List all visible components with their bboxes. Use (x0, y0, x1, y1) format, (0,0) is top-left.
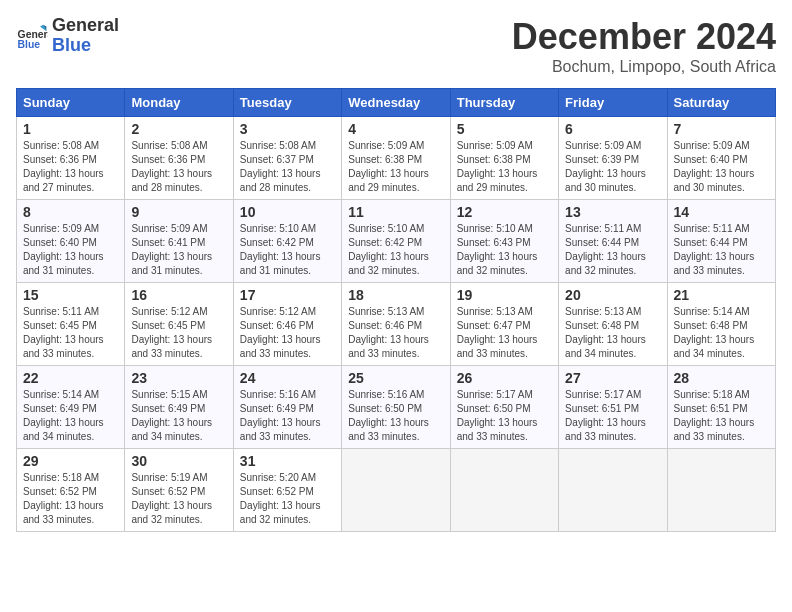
day-info: Sunrise: 5:09 AMSunset: 6:41 PMDaylight:… (131, 222, 226, 278)
header-friday: Friday (559, 89, 667, 117)
day-info: Sunrise: 5:16 AMSunset: 6:49 PMDaylight:… (240, 388, 335, 444)
calendar-cell: 7Sunrise: 5:09 AMSunset: 6:40 PMDaylight… (667, 117, 775, 200)
svg-text:General: General (18, 28, 48, 39)
day-number: 6 (565, 121, 660, 137)
day-number: 17 (240, 287, 335, 303)
day-info: Sunrise: 5:09 AMSunset: 6:40 PMDaylight:… (23, 222, 118, 278)
day-info: Sunrise: 5:08 AMSunset: 6:36 PMDaylight:… (131, 139, 226, 195)
svg-text:Blue: Blue (18, 39, 41, 50)
day-info: Sunrise: 5:10 AMSunset: 6:42 PMDaylight:… (348, 222, 443, 278)
day-info: Sunrise: 5:10 AMSunset: 6:42 PMDaylight:… (240, 222, 335, 278)
day-info: Sunrise: 5:08 AMSunset: 6:36 PMDaylight:… (23, 139, 118, 195)
header-sunday: Sunday (17, 89, 125, 117)
calendar-cell: 4Sunrise: 5:09 AMSunset: 6:38 PMDaylight… (342, 117, 450, 200)
calendar-cell: 17Sunrise: 5:12 AMSunset: 6:46 PMDayligh… (233, 283, 341, 366)
day-info: Sunrise: 5:10 AMSunset: 6:43 PMDaylight:… (457, 222, 552, 278)
day-number: 9 (131, 204, 226, 220)
calendar-header-row: SundayMondayTuesdayWednesdayThursdayFrid… (17, 89, 776, 117)
title-section: December 2024 Bochum, Limpopo, South Afr… (512, 16, 776, 76)
header-saturday: Saturday (667, 89, 775, 117)
day-number: 1 (23, 121, 118, 137)
week-row-4: 22Sunrise: 5:14 AMSunset: 6:49 PMDayligh… (17, 366, 776, 449)
logo-text: General Blue (52, 16, 119, 56)
day-number: 24 (240, 370, 335, 386)
calendar-cell: 31Sunrise: 5:20 AMSunset: 6:52 PMDayligh… (233, 449, 341, 532)
calendar-cell: 20Sunrise: 5:13 AMSunset: 6:48 PMDayligh… (559, 283, 667, 366)
day-number: 31 (240, 453, 335, 469)
calendar-cell: 1Sunrise: 5:08 AMSunset: 6:36 PMDaylight… (17, 117, 125, 200)
calendar-cell: 21Sunrise: 5:14 AMSunset: 6:48 PMDayligh… (667, 283, 775, 366)
day-number: 3 (240, 121, 335, 137)
calendar-cell: 19Sunrise: 5:13 AMSunset: 6:47 PMDayligh… (450, 283, 558, 366)
calendar-cell: 26Sunrise: 5:17 AMSunset: 6:50 PMDayligh… (450, 366, 558, 449)
day-info: Sunrise: 5:12 AMSunset: 6:46 PMDaylight:… (240, 305, 335, 361)
day-info: Sunrise: 5:09 AMSunset: 6:38 PMDaylight:… (348, 139, 443, 195)
day-info: Sunrise: 5:12 AMSunset: 6:45 PMDaylight:… (131, 305, 226, 361)
day-number: 22 (23, 370, 118, 386)
day-info: Sunrise: 5:11 AMSunset: 6:45 PMDaylight:… (23, 305, 118, 361)
day-number: 19 (457, 287, 552, 303)
day-number: 7 (674, 121, 769, 137)
day-info: Sunrise: 5:09 AMSunset: 6:38 PMDaylight:… (457, 139, 552, 195)
day-number: 14 (674, 204, 769, 220)
header-tuesday: Tuesday (233, 89, 341, 117)
day-number: 8 (23, 204, 118, 220)
month-title: December 2024 (512, 16, 776, 58)
day-number: 16 (131, 287, 226, 303)
day-info: Sunrise: 5:14 AMSunset: 6:49 PMDaylight:… (23, 388, 118, 444)
day-number: 2 (131, 121, 226, 137)
day-number: 15 (23, 287, 118, 303)
day-info: Sunrise: 5:16 AMSunset: 6:50 PMDaylight:… (348, 388, 443, 444)
week-row-5: 29Sunrise: 5:18 AMSunset: 6:52 PMDayligh… (17, 449, 776, 532)
day-info: Sunrise: 5:13 AMSunset: 6:46 PMDaylight:… (348, 305, 443, 361)
location-title: Bochum, Limpopo, South Africa (512, 58, 776, 76)
day-info: Sunrise: 5:13 AMSunset: 6:48 PMDaylight:… (565, 305, 660, 361)
week-row-2: 8Sunrise: 5:09 AMSunset: 6:40 PMDaylight… (17, 200, 776, 283)
week-row-3: 15Sunrise: 5:11 AMSunset: 6:45 PMDayligh… (17, 283, 776, 366)
day-number: 21 (674, 287, 769, 303)
day-number: 5 (457, 121, 552, 137)
calendar-cell: 22Sunrise: 5:14 AMSunset: 6:49 PMDayligh… (17, 366, 125, 449)
calendar-cell: 14Sunrise: 5:11 AMSunset: 6:44 PMDayligh… (667, 200, 775, 283)
day-info: Sunrise: 5:11 AMSunset: 6:44 PMDaylight:… (565, 222, 660, 278)
calendar-cell: 24Sunrise: 5:16 AMSunset: 6:49 PMDayligh… (233, 366, 341, 449)
day-number: 30 (131, 453, 226, 469)
day-number: 26 (457, 370, 552, 386)
calendar-cell: 10Sunrise: 5:10 AMSunset: 6:42 PMDayligh… (233, 200, 341, 283)
day-info: Sunrise: 5:09 AMSunset: 6:40 PMDaylight:… (674, 139, 769, 195)
calendar-cell: 5Sunrise: 5:09 AMSunset: 6:38 PMDaylight… (450, 117, 558, 200)
logo-icon: General Blue (16, 20, 48, 52)
calendar-cell (342, 449, 450, 532)
page-header: General Blue General Blue December 2024 … (16, 16, 776, 76)
day-info: Sunrise: 5:18 AMSunset: 6:52 PMDaylight:… (23, 471, 118, 527)
day-number: 13 (565, 204, 660, 220)
calendar-cell: 8Sunrise: 5:09 AMSunset: 6:40 PMDaylight… (17, 200, 125, 283)
day-number: 11 (348, 204, 443, 220)
calendar-cell: 25Sunrise: 5:16 AMSunset: 6:50 PMDayligh… (342, 366, 450, 449)
day-number: 27 (565, 370, 660, 386)
calendar-cell: 23Sunrise: 5:15 AMSunset: 6:49 PMDayligh… (125, 366, 233, 449)
calendar-cell: 16Sunrise: 5:12 AMSunset: 6:45 PMDayligh… (125, 283, 233, 366)
calendar-cell: 28Sunrise: 5:18 AMSunset: 6:51 PMDayligh… (667, 366, 775, 449)
calendar-cell: 29Sunrise: 5:18 AMSunset: 6:52 PMDayligh… (17, 449, 125, 532)
day-number: 18 (348, 287, 443, 303)
day-info: Sunrise: 5:13 AMSunset: 6:47 PMDaylight:… (457, 305, 552, 361)
calendar-cell: 6Sunrise: 5:09 AMSunset: 6:39 PMDaylight… (559, 117, 667, 200)
day-info: Sunrise: 5:14 AMSunset: 6:48 PMDaylight:… (674, 305, 769, 361)
calendar-cell (450, 449, 558, 532)
header-monday: Monday (125, 89, 233, 117)
day-number: 20 (565, 287, 660, 303)
header-thursday: Thursday (450, 89, 558, 117)
calendar-table: SundayMondayTuesdayWednesdayThursdayFrid… (16, 88, 776, 532)
day-number: 10 (240, 204, 335, 220)
header-wednesday: Wednesday (342, 89, 450, 117)
day-info: Sunrise: 5:11 AMSunset: 6:44 PMDaylight:… (674, 222, 769, 278)
calendar-cell: 3Sunrise: 5:08 AMSunset: 6:37 PMDaylight… (233, 117, 341, 200)
logo: General Blue General Blue (16, 16, 119, 56)
calendar-cell: 9Sunrise: 5:09 AMSunset: 6:41 PMDaylight… (125, 200, 233, 283)
day-number: 29 (23, 453, 118, 469)
day-number: 23 (131, 370, 226, 386)
calendar-cell: 12Sunrise: 5:10 AMSunset: 6:43 PMDayligh… (450, 200, 558, 283)
day-info: Sunrise: 5:20 AMSunset: 6:52 PMDaylight:… (240, 471, 335, 527)
day-info: Sunrise: 5:17 AMSunset: 6:51 PMDaylight:… (565, 388, 660, 444)
